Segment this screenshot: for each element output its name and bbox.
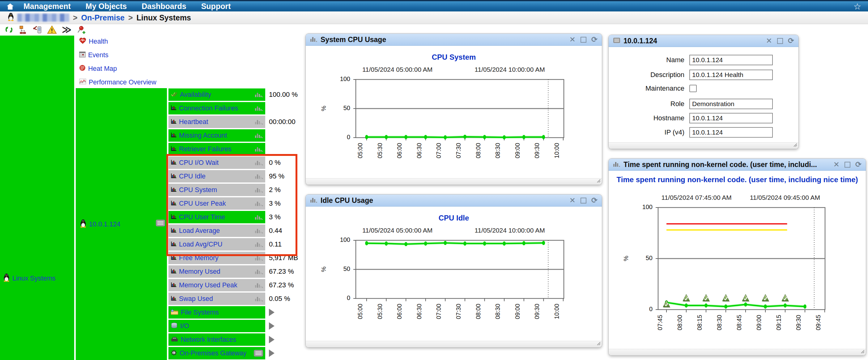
quick-link-health[interactable]: Health xyxy=(79,35,166,48)
resize-handle[interactable] xyxy=(860,349,865,355)
nav-item-dashboards[interactable]: Dashboards xyxy=(142,2,186,11)
sparkline-icon[interactable] xyxy=(254,282,263,288)
expand-icon[interactable]: ≫ xyxy=(62,25,71,34)
metric-row-missing-account[interactable]: Missing Account xyxy=(168,129,305,142)
sparkline-icon[interactable] xyxy=(254,228,263,234)
nav-item-management[interactable]: Management xyxy=(24,2,71,11)
metric-cell[interactable]: On-Premises Gateway xyxy=(168,347,265,359)
close-icon[interactable]: ✕ xyxy=(833,161,840,168)
metric-row-cpu-i-o-wait[interactable]: CPU I/O Wait0 % xyxy=(168,156,305,169)
resize-handle[interactable] xyxy=(596,178,600,184)
metric-row-cpu-user-peak[interactable]: CPU User Peak3 % xyxy=(168,197,305,210)
sparkline-icon[interactable] xyxy=(254,133,263,138)
metric-cell[interactable]: I/O xyxy=(168,320,265,332)
menu-icon[interactable] xyxy=(254,350,263,357)
metric-cell[interactable]: CPU User Time xyxy=(168,211,265,223)
metric-cell[interactable]: CPU Idle xyxy=(168,170,265,182)
sparkline-icon[interactable] xyxy=(254,160,263,166)
metric-row-cpu-user-time[interactable]: CPU User Time3 % xyxy=(168,211,305,223)
close-icon[interactable]: ✕ xyxy=(569,36,576,43)
metric-cell[interactable]: Heartbeat xyxy=(168,116,265,128)
favorite-star-icon[interactable]: ☆ xyxy=(854,2,861,12)
metric-cell[interactable]: CPU I/O Wait xyxy=(168,156,265,169)
metric-cell[interactable]: Availability xyxy=(168,88,265,101)
sparkline-icon[interactable] xyxy=(254,174,263,179)
expand-arrow-icon[interactable] xyxy=(269,350,275,357)
panel-titlebar[interactable]: System CPU Usage ✕⟳ xyxy=(306,34,602,46)
sparkline-icon[interactable] xyxy=(254,187,263,193)
metric-cell[interactable]: Swap Used xyxy=(168,293,265,305)
metric-row-network-interfaces[interactable]: Network Interfaces xyxy=(168,333,305,346)
metric-row-memory-used[interactable]: Memory Used67.23 % xyxy=(168,265,305,278)
metric-row-cpu-system[interactable]: CPU System2 % xyxy=(168,184,305,196)
metric-row-swap-used[interactable]: Swap Used0.05 % xyxy=(168,293,305,305)
metric-cell[interactable]: CPU System xyxy=(168,184,265,196)
hostname-field[interactable] xyxy=(689,113,773,123)
refresh-icon[interactable] xyxy=(4,25,13,34)
ip-v4--field[interactable] xyxy=(689,127,773,138)
sparkline-icon[interactable] xyxy=(254,119,263,125)
refresh-panel-icon[interactable]: ⟳ xyxy=(591,197,597,204)
sparkline-icon[interactable] xyxy=(254,214,263,220)
pin-icon[interactable] xyxy=(76,25,86,34)
role-field[interactable] xyxy=(689,99,773,109)
metric-cell[interactable]: Load Avg/CPU xyxy=(168,238,265,250)
metric-row-heartbeat[interactable]: Heartbeat00:00:00 xyxy=(168,116,305,128)
metric-row-memory-used-peak[interactable]: Memory Used Peak67.23 % xyxy=(168,279,305,291)
metric-row-i-o[interactable]: I/O xyxy=(168,320,305,332)
quick-link-performance-overview[interactable]: Performance Overview xyxy=(79,76,166,89)
metric-cell[interactable]: File Systems xyxy=(168,306,265,319)
close-icon[interactable]: ✕ xyxy=(766,37,772,44)
restore-icon[interactable] xyxy=(581,37,586,43)
metric-row-connection-failures[interactable]: Connection Failures xyxy=(168,102,305,114)
maintenance-checkbox[interactable] xyxy=(689,85,697,92)
alert-icon[interactable] xyxy=(47,25,57,34)
metric-row-free-memory[interactable]: Free Memory5,917 MB xyxy=(168,252,305,264)
resize-handle[interactable] xyxy=(792,142,797,148)
close-icon[interactable]: ✕ xyxy=(569,197,576,204)
panel-titlebar[interactable]: Idle CPU Usage ✕⟳ xyxy=(306,194,602,207)
breadcrumb-root-redacted[interactable] xyxy=(17,13,69,22)
refresh-panel-icon[interactable]: ⟳ xyxy=(788,37,794,44)
restore-icon[interactable] xyxy=(777,38,783,44)
expand-arrow-icon[interactable] xyxy=(269,309,275,316)
sparkline-icon[interactable] xyxy=(254,106,263,111)
metric-row-load-average[interactable]: Load Average0.44 xyxy=(168,224,305,237)
description-field[interactable] xyxy=(689,69,773,80)
metric-row-load-avg-cpu[interactable]: Load Avg/CPU0.11 xyxy=(168,238,305,250)
expand-arrow-icon[interactable] xyxy=(269,336,275,343)
metric-cell[interactable]: Free Memory xyxy=(168,252,265,264)
sparkline-icon[interactable] xyxy=(254,242,263,247)
quick-link-events[interactable]: Events xyxy=(79,48,166,62)
metric-cell[interactable]: Retriever Failures xyxy=(168,143,265,155)
quick-link-heat-map[interactable]: Heat Map xyxy=(79,62,166,76)
sparkline-icon[interactable] xyxy=(254,201,263,206)
resize-handle[interactable] xyxy=(596,340,600,347)
metric-cell[interactable]: Network Interfaces xyxy=(168,333,265,346)
home-icon[interactable] xyxy=(6,3,14,10)
device-audit-icon[interactable] xyxy=(33,25,42,34)
metric-row-on-premises-gateway[interactable]: On-Premises Gateway xyxy=(168,347,305,359)
breadcrumb-link-on-premise[interactable]: On-Premise xyxy=(81,13,125,22)
sparkline-icon[interactable] xyxy=(254,269,263,274)
metric-cell[interactable]: Load Average xyxy=(168,224,265,237)
restore-icon[interactable] xyxy=(844,162,850,168)
metric-row-cpu-idle[interactable]: CPU Idle95 % xyxy=(168,170,305,182)
panel-titlebar[interactable]: 10.0.1.124 ✕⟳ xyxy=(609,35,799,47)
restore-icon[interactable] xyxy=(581,198,586,204)
tree-node-linux-systems[interactable]: Linux Systems xyxy=(3,273,56,283)
nav-item-my-objects[interactable]: My Objects xyxy=(86,2,127,11)
refresh-panel-icon[interactable]: ⟳ xyxy=(591,36,597,43)
sparkline-icon[interactable] xyxy=(254,255,263,261)
tree-node-device[interactable]: 10.0.1.124 xyxy=(80,219,121,230)
panel-titlebar[interactable]: Time spent running non-kernel code. (use… xyxy=(609,159,866,171)
metric-cell[interactable]: Connection Failures xyxy=(168,102,265,114)
metric-cell[interactable]: Memory Used xyxy=(168,265,265,278)
metric-cell[interactable]: CPU User Peak xyxy=(168,197,265,210)
metric-row-retriever-failures[interactable]: Retriever Failures xyxy=(168,143,305,155)
metric-row-file-systems[interactable]: File Systems xyxy=(168,306,305,319)
topology-icon[interactable] xyxy=(19,25,28,34)
sparkline-icon[interactable] xyxy=(254,92,263,97)
nav-item-support[interactable]: Support xyxy=(201,2,231,11)
metric-cell[interactable]: Memory Used Peak xyxy=(168,279,265,291)
